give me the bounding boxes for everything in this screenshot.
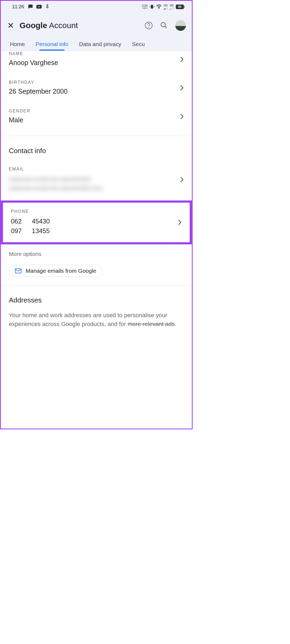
birthday-row[interactable]: BIRTHDAY 26 September 2000 bbox=[9, 71, 184, 100]
chat-icon bbox=[28, 5, 33, 9]
contact-info-title: Contact info bbox=[9, 147, 184, 155]
manage-emails-button[interactable]: Manage emails from Google bbox=[9, 265, 102, 277]
search-icon[interactable] bbox=[160, 22, 168, 29]
more-options-link[interactable]: More options bbox=[9, 244, 184, 265]
tab-home[interactable]: Home bbox=[1, 38, 30, 51]
addresses-title: Addresses bbox=[9, 296, 184, 304]
email-row[interactable]: EMAIL redacted-email-line-placeholder re… bbox=[9, 161, 184, 200]
svg-point-11 bbox=[145, 22, 152, 29]
vibrate-icon bbox=[150, 4, 154, 9]
chevron-right-icon bbox=[177, 113, 184, 119]
svg-rect-7 bbox=[170, 9, 170, 10]
basic-info-section: NAME Anoop Varghese BIRTHDAY 26 Septembe… bbox=[1, 51, 192, 136]
addresses-description: Your home and work addresses are used to… bbox=[9, 311, 184, 328]
tabs: Home Personal info Data and privacy Secu bbox=[1, 32, 192, 51]
svg-rect-9 bbox=[172, 7, 173, 10]
gender-value: Male bbox=[9, 116, 177, 124]
tab-personal-info[interactable]: Personal info bbox=[30, 38, 74, 51]
status-bar: 11:26 0.00 KB/S HD HD 86 bbox=[1, 1, 192, 13]
wifi-icon bbox=[156, 5, 162, 9]
phone-row-highlighted[interactable]: PHONE 06245430 09713455 bbox=[1, 200, 192, 244]
help-icon[interactable] bbox=[145, 21, 153, 29]
addresses-section: Addresses Your home and work addresses a… bbox=[1, 285, 192, 328]
svg-rect-6 bbox=[167, 7, 167, 10]
svg-rect-5 bbox=[166, 7, 166, 10]
chevron-right-icon bbox=[175, 219, 182, 225]
svg-point-13 bbox=[161, 22, 165, 27]
chevron-right-icon bbox=[177, 56, 184, 62]
network-speed: 0.00 KB/S bbox=[142, 4, 148, 9]
gender-row[interactable]: GENDER Male bbox=[9, 100, 184, 129]
svg-point-12 bbox=[148, 27, 149, 28]
close-button[interactable] bbox=[7, 21, 15, 29]
avatar[interactable] bbox=[175, 20, 186, 31]
svg-rect-4 bbox=[165, 8, 165, 10]
name-value: Anoop Varghese bbox=[9, 59, 177, 67]
svg-rect-8 bbox=[171, 8, 171, 10]
manage-emails-label: Manage emails from Google bbox=[26, 268, 96, 274]
name-row[interactable]: NAME Anoop Varghese bbox=[9, 52, 184, 71]
mail-icon bbox=[15, 268, 21, 273]
email-label: EMAIL bbox=[9, 167, 177, 172]
page-title: Google Account bbox=[20, 21, 145, 30]
email-value-redacted: redacted-email-line-placeholder redacted… bbox=[9, 175, 177, 192]
svg-rect-2 bbox=[151, 5, 153, 9]
app-header: Google Account bbox=[1, 13, 192, 32]
contact-info-section: Contact info EMAIL redacted-email-line-p… bbox=[1, 136, 192, 285]
birthday-value: 26 September 2000 bbox=[9, 88, 177, 95]
location-icon bbox=[45, 4, 49, 9]
chevron-right-icon bbox=[177, 85, 184, 91]
signal-2: HD bbox=[170, 4, 174, 10]
phone-label: PHONE bbox=[11, 209, 175, 214]
signal-1: HD bbox=[164, 4, 167, 10]
birthday-label: BIRTHDAY bbox=[9, 80, 177, 85]
phone-values: 06245430 09713455 bbox=[11, 217, 175, 236]
gender-label: GENDER bbox=[9, 109, 177, 113]
name-label: NAME bbox=[9, 51, 177, 56]
battery-indicator: 86 bbox=[176, 5, 184, 9]
tab-security[interactable]: Secu bbox=[127, 38, 150, 51]
status-time: 11:26 bbox=[12, 4, 24, 10]
youtube-icon bbox=[36, 5, 42, 9]
svg-rect-10 bbox=[173, 7, 174, 10]
tab-data-privacy[interactable]: Data and privacy bbox=[74, 38, 127, 51]
svg-rect-3 bbox=[164, 9, 164, 10]
chevron-right-icon bbox=[177, 177, 184, 183]
